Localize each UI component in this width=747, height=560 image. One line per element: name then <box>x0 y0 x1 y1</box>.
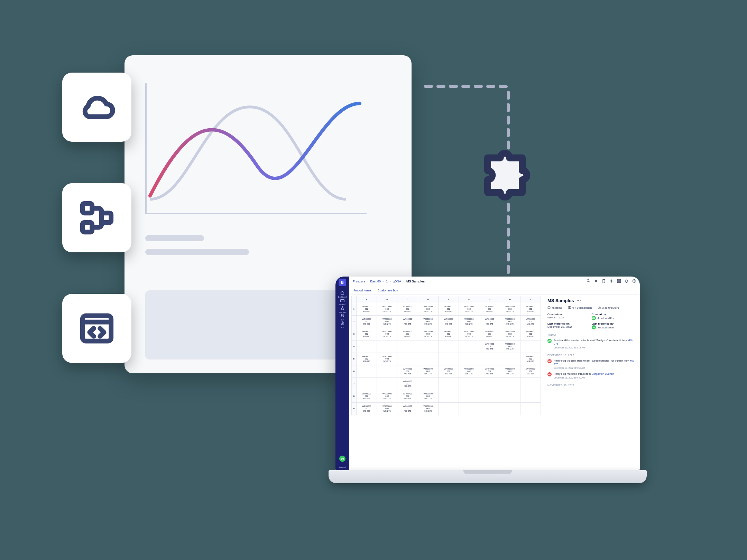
breadcrumb-item[interactable]: East 80 <box>370 280 381 283</box>
grid-cell[interactable]: WR00000002MS-275 <box>459 328 479 340</box>
grid-cell[interactable]: WR00000002MS-275 <box>459 303 479 316</box>
grid-cell-empty[interactable] <box>357 340 377 353</box>
grid-cell-empty[interactable] <box>500 390 520 403</box>
sidebar-item-dna[interactable]: DNA <box>338 313 347 321</box>
search-icon[interactable] <box>587 279 591 284</box>
grid-cell-empty[interactable] <box>479 378 500 390</box>
grid-cell-empty[interactable] <box>357 378 377 390</box>
grid-cell[interactable]: WR00000002MS-275 <box>357 353 377 365</box>
breadcrumb-item[interactable]: gDNA <box>393 280 401 283</box>
grid-cell-empty[interactable] <box>377 340 397 353</box>
grid-cell[interactable]: WR00000002MS-275 <box>397 390 418 403</box>
grid-cell-empty[interactable] <box>438 403 459 415</box>
grid-cell-empty[interactable] <box>357 365 377 378</box>
grid-cell-empty[interactable] <box>479 403 500 415</box>
grid-cell[interactable]: WR00000002MS-275 <box>418 365 438 378</box>
grid-cell[interactable]: WR00000002MS-275 <box>397 316 418 328</box>
grid-cell[interactable]: WR00000002MS-275 <box>377 303 397 316</box>
grid-cell-empty[interactable] <box>397 340 418 353</box>
grid-cell[interactable]: WR00000002MS-275 <box>459 316 479 328</box>
grid-cell[interactable]: WR00000002MS-275 <box>438 365 459 378</box>
more-menu[interactable]: ••• <box>577 299 581 302</box>
grid-cell[interactable]: WR00000002MS-275 <box>397 403 418 415</box>
grid-cell-empty[interactable] <box>459 340 479 353</box>
grid-cell[interactable]: WR00000002MS-275 <box>459 365 479 378</box>
grid-cell[interactable]: WR00000002MS-275 <box>357 328 377 340</box>
grid-cell[interactable]: WR00000002MS-275 <box>500 316 520 328</box>
grid-cell[interactable]: WR00000002MS-275 <box>520 365 541 378</box>
grid-cell-empty[interactable] <box>520 340 541 353</box>
grid-cell-empty[interactable] <box>377 365 397 378</box>
account-avatar[interactable]: JM <box>339 456 345 462</box>
grid-cell-empty[interactable] <box>459 353 479 365</box>
help-icon[interactable] <box>632 279 636 284</box>
grid-cell[interactable]: WR00000002MS-275 <box>418 303 438 316</box>
grid-cell-empty[interactable] <box>520 390 541 403</box>
grid-cell[interactable]: WR00000002MS-275 <box>479 316 500 328</box>
grid-cell-empty[interactable] <box>500 378 520 390</box>
grid-cell-empty[interactable] <box>479 353 500 365</box>
activity-link[interactable]: Bergapten ≥98.0% <box>591 372 614 375</box>
sidebar-item-inventory[interactable]: Inventory <box>338 306 347 313</box>
grid-cell[interactable]: WR00000002MS-275 <box>438 328 459 340</box>
app-logo[interactable]: B <box>339 279 346 286</box>
sidebar-item-dashboard[interactable]: Dashboard <box>338 290 347 298</box>
grid-cell[interactable]: WR00000002MS-275 <box>500 328 520 340</box>
grid-cell-empty[interactable] <box>459 403 479 415</box>
cloud-tile[interactable] <box>62 73 131 142</box>
code-tile[interactable] <box>62 294 131 363</box>
grid-cell-empty[interactable] <box>418 353 438 365</box>
gear-icon[interactable] <box>609 279 614 284</box>
box-grid[interactable]: ABCDEFGHI1WR00000002MS-275WR00000002MS-2… <box>349 295 543 470</box>
grid-cell[interactable]: WR00000002MS-275 <box>357 390 377 403</box>
grid-cell[interactable]: WR00000002MS-275 <box>397 303 418 316</box>
grid-cell-empty[interactable] <box>377 378 397 390</box>
grid-cell[interactable]: WR00000002MS-275 <box>397 378 418 390</box>
workflow-tile[interactable] <box>62 183 131 252</box>
grid-cell[interactable]: WR00000002MS-275 <box>377 390 397 403</box>
grid-cell-empty[interactable] <box>438 378 459 390</box>
grid-cell[interactable]: WR00000002MS-275 <box>500 365 520 378</box>
grid-cell-empty[interactable] <box>397 353 418 365</box>
grid-cell[interactable]: WR00000002MS-275 <box>377 403 397 415</box>
grid-cell-empty[interactable] <box>500 353 520 365</box>
grid-cell[interactable]: WR00000002MS-275 <box>479 365 500 378</box>
grid-cell-empty[interactable] <box>438 390 459 403</box>
grid-cell-empty[interactable] <box>520 403 541 415</box>
grid-cell-empty[interactable] <box>500 403 520 415</box>
grid-cell[interactable]: WR00000002MS-275 <box>377 328 397 340</box>
grid-cell[interactable]: WR00000002MS-275 <box>418 403 438 415</box>
bell-icon[interactable] <box>625 279 629 284</box>
grid-cell[interactable]: WR00000002MS-275 <box>479 340 500 353</box>
breadcrumb-item[interactable]: 1 <box>386 280 388 283</box>
grid-cell[interactable]: WR00000002MS-275 <box>397 328 418 340</box>
sidebar-item-add[interactable]: Add <box>338 321 347 328</box>
grid-cell-empty[interactable] <box>438 340 459 353</box>
sidebar-item-projects[interactable]: Projects <box>338 298 347 306</box>
dropbox-icon[interactable] <box>594 279 598 284</box>
customize-box-link[interactable]: Customize box <box>378 289 398 292</box>
grid-cell[interactable]: WR00000002MS-275 <box>397 365 418 378</box>
grid-cell[interactable]: WR00000002MS-275 <box>357 303 377 316</box>
grid-cell[interactable]: WR00000002MS-275 <box>377 316 397 328</box>
grid-cell-empty[interactable] <box>459 378 479 390</box>
grid-cell[interactable]: WR00000002MS-275 <box>418 328 438 340</box>
grid-cell[interactable]: WR00000002MS-275 <box>520 353 541 365</box>
grid-cell-empty[interactable] <box>479 390 500 403</box>
import-items-link[interactable]: Import items <box>354 289 371 292</box>
grid-cell[interactable]: WR00000002MS-275 <box>520 328 541 340</box>
grid-cell[interactable]: WR00000002MS-275 <box>520 316 541 328</box>
bookmark-icon[interactable] <box>602 279 606 284</box>
grid-cell[interactable]: WR00000002MS-275 <box>418 390 438 403</box>
grid-cell-empty[interactable] <box>438 353 459 365</box>
grid-cell-empty[interactable] <box>520 378 541 390</box>
grid-cell[interactable]: WR00000002MS-275 <box>500 303 520 316</box>
grid-cell[interactable]: WR00000002MS-275 <box>500 340 520 353</box>
grid-cell[interactable]: WR00000002MS-275 <box>418 316 438 328</box>
grid-cell[interactable]: WR00000002MS-275 <box>479 303 500 316</box>
grid-cell[interactable]: WR00000002MS-275 <box>479 328 500 340</box>
apps-icon[interactable] <box>617 279 621 284</box>
grid-cell[interactable]: WR00000002MS-275 <box>377 353 397 365</box>
grid-cell-empty[interactable] <box>418 340 438 353</box>
grid-cell[interactable]: WR00000002MS-275 <box>357 403 377 415</box>
